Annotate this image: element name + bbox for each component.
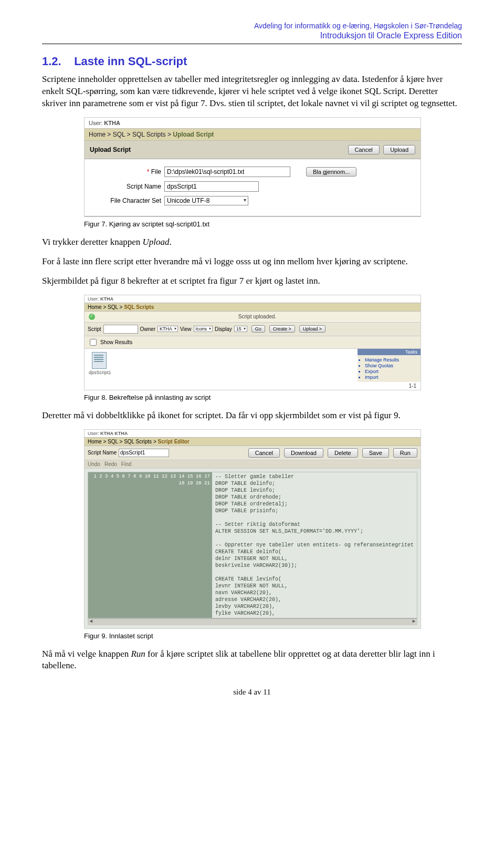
- crumb-sql[interactable]: SQL: [113, 131, 125, 138]
- task-item[interactable]: Show Quotas: [365, 363, 421, 368]
- crumb-home[interactable]: Home: [88, 304, 102, 310]
- fig9-breadcrumb: Home > SQL > SQL Scripts > Script Editor: [85, 437, 421, 446]
- fig9-toolbar: Script Name Cancel Download Delete Save …: [85, 446, 421, 460]
- undo-button[interactable]: Undo: [88, 461, 100, 467]
- crumb-current: SQL Scripts: [124, 304, 154, 310]
- script-name-input[interactable]: [119, 449, 169, 457]
- crumb-scripts[interactable]: SQL Scripts: [124, 439, 152, 444]
- fig7-panel-title: Upload Script: [90, 146, 131, 153]
- task-item[interactable]: Export: [365, 369, 421, 374]
- crumb-sql[interactable]: SQL: [108, 304, 118, 310]
- find-button[interactable]: Find: [121, 461, 131, 467]
- fig8-breadcrumb: Home > SQL > SQL Scripts: [85, 303, 421, 312]
- script-file-icon: [92, 352, 107, 369]
- show-results-label: Show Results: [100, 339, 132, 345]
- fig7-panel: Upload Script Cancel Upload * File Bla g…: [85, 141, 421, 216]
- section-name: Laste inn SQL-script: [74, 55, 187, 68]
- crumb-current: Upload Script: [173, 131, 214, 138]
- owner-label: Owner: [140, 326, 155, 332]
- tasks-panel: Tasks Manage Results Show Quotas Export …: [358, 349, 421, 382]
- paragraph-5: Deretter må vi dobbeltklikke på ikonet f…: [42, 410, 462, 422]
- fig7-breadcrumb: Home > SQL > SQL Scripts > Upload Script: [85, 128, 421, 141]
- fig7-user-label: User:: [89, 120, 102, 126]
- script-name-label: Script Name: [88, 450, 117, 455]
- fig8-message-bar: Script uploaded.: [85, 312, 421, 323]
- crumb-home[interactable]: Home: [89, 131, 106, 138]
- tasks-title: Tasks: [358, 349, 421, 355]
- fig8-toolbar: Script Owner KTHA View Icons Display 15 …: [85, 323, 421, 336]
- figure-9-caption: Figur 9. Innlastet script: [84, 632, 462, 640]
- file-label: File: [151, 168, 161, 175]
- task-item[interactable]: Manage Results: [365, 357, 421, 363]
- upload-button[interactable]: Upload >: [299, 325, 326, 333]
- section-number: 1.2.: [42, 55, 61, 68]
- owner-select[interactable]: KTHA: [158, 326, 178, 332]
- code-lines: -- Sletter gamle tabeller DROP TABLE del…: [212, 472, 417, 618]
- view-label: View: [180, 326, 192, 332]
- charset-select[interactable]: Unicode UTF-8: [164, 196, 248, 205]
- fig7-userline: User: KTHA: [85, 118, 421, 128]
- view-select[interactable]: Icons: [194, 326, 213, 332]
- script-search-input[interactable]: [103, 325, 138, 334]
- script-icon-label: dpsScript1: [89, 370, 110, 375]
- page-footer: side 4 av 11: [42, 688, 462, 697]
- crumb-current: Script Editor: [158, 439, 190, 444]
- script-name-label: Script Name: [93, 183, 164, 190]
- cancel-button[interactable]: Cancel: [248, 448, 280, 458]
- header-line2: Introduksjon til Oracle Express Edition: [42, 30, 462, 42]
- create-button[interactable]: Create >: [269, 325, 295, 333]
- task-item[interactable]: Import: [365, 375, 421, 380]
- figure-8: User: KTHA Home > SQL > SQL Scripts Scri…: [84, 295, 421, 390]
- crumb-sql[interactable]: SQL: [108, 439, 118, 444]
- paragraph-3: For å laste inn flere script etter hvera…: [42, 256, 462, 268]
- crumb-home[interactable]: Home: [88, 439, 102, 444]
- download-button[interactable]: Download: [284, 448, 323, 458]
- paragraph-4: Skjermbildet på figur 8 bekrefter at et …: [42, 275, 462, 287]
- horizontal-scrollbar[interactable]: [88, 618, 417, 625]
- display-select[interactable]: 15: [234, 326, 247, 332]
- header-rule: [42, 44, 462, 44]
- upload-button[interactable]: Upload: [383, 145, 415, 154]
- script-name-input[interactable]: [164, 181, 259, 192]
- script-icon-item[interactable]: dpsScript1: [89, 352, 110, 375]
- line-gutter: 1 2 3 4 5 6 7 8 9 10 11 12 13 14 15 16 1…: [88, 472, 212, 618]
- check-icon: [89, 314, 95, 320]
- charset-label: File Character Set: [93, 197, 164, 204]
- fig9-userline: User: KTHA KTHA: [85, 430, 421, 437]
- browse-button[interactable]: Bla gjennom...: [306, 167, 356, 177]
- file-input[interactable]: [164, 167, 290, 177]
- fig8-userline: User: KTHA: [85, 295, 421, 303]
- section-title: 1.2. Laste inn SQL-script: [42, 55, 462, 68]
- result-count: 1-1: [85, 382, 421, 390]
- display-label: Display: [215, 326, 232, 332]
- redo-button[interactable]: Redo: [104, 461, 117, 467]
- figure-8-caption: Figur 8. Bekreftelse på innlasting av sc…: [84, 394, 462, 401]
- cancel-button[interactable]: Cancel: [348, 145, 380, 154]
- fig8-message: Script uploaded.: [98, 314, 416, 319]
- code-editor[interactable]: 1 2 3 4 5 6 7 8 9 10 11 12 13 14 15 16 1…: [88, 472, 417, 618]
- header-line1: Avdeling for informatikk og e-læring, Hø…: [42, 21, 462, 30]
- figure-7-caption: Figur 7. Kjøring av scriptet sql-script0…: [84, 220, 462, 228]
- save-button[interactable]: Save: [362, 448, 389, 458]
- go-button[interactable]: Go: [251, 325, 265, 333]
- delete-button[interactable]: Delete: [328, 448, 358, 458]
- figure-7: User: KTHA Home > SQL > SQL Scripts > Up…: [84, 117, 421, 217]
- page-header: Avdeling for informatikk og e-læring, Hø…: [42, 21, 462, 42]
- paragraph-1: Scriptene inneholder opprettelsen av tab…: [42, 74, 462, 110]
- crumb-scripts[interactable]: SQL Scripts: [132, 131, 166, 138]
- run-button[interactable]: Run: [393, 448, 417, 458]
- fig7-user-value: KTHA: [104, 120, 120, 126]
- script-label: Script: [88, 326, 101, 332]
- paragraph-2: Vi trykker deretter knappen Upload.: [42, 236, 462, 249]
- paragraph-6: Nå må vi velge knappen Run for å kjøre s…: [42, 648, 462, 672]
- figure-9: User: KTHA KTHA Home > SQL > SQL Scripts…: [84, 429, 421, 629]
- show-results-checkbox[interactable]: [90, 339, 97, 346]
- fig9-edit-toolbar: Undo Redo Find: [85, 460, 421, 469]
